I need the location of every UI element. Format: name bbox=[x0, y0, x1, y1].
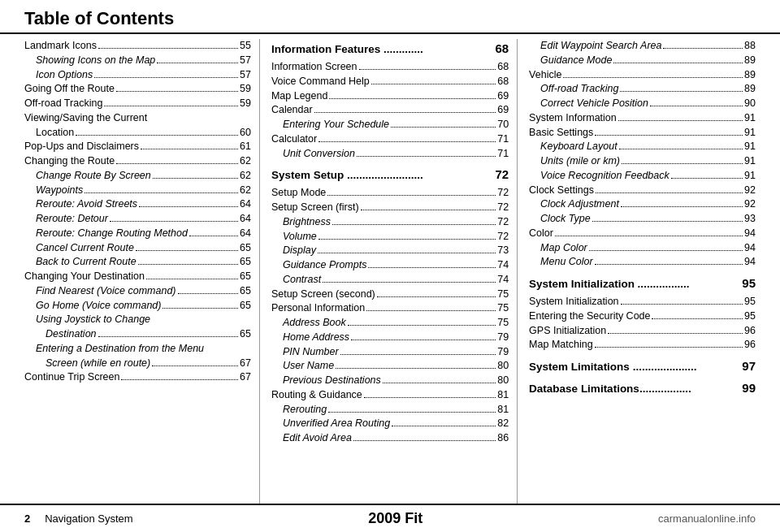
toc-entry-text: Brightness bbox=[283, 215, 331, 230]
toc-page-number: 89 bbox=[744, 82, 756, 97]
page: Table of Contents Landmark Icons55Showin… bbox=[0, 0, 780, 532]
toc-page-number: 88 bbox=[744, 39, 756, 54]
toc-page-number: 60 bbox=[240, 126, 251, 141]
toc-page-number: 91 bbox=[744, 169, 756, 184]
toc-entry-text: Routing & Guidance bbox=[271, 388, 362, 403]
toc-line: Waypoints62 bbox=[24, 184, 251, 198]
toc-dots bbox=[652, 318, 743, 319]
toc-entry-text: Calculator bbox=[271, 132, 317, 147]
toc-line: Correct Vehicle Position90 bbox=[529, 97, 756, 111]
toc-dots bbox=[348, 325, 496, 326]
toc-line: Entering Your Schedule70 bbox=[271, 118, 509, 132]
toc-dots bbox=[146, 279, 238, 279]
toc-entry-text: Setup Mode bbox=[271, 186, 326, 201]
toc-dots bbox=[608, 333, 743, 334]
toc-page-number: 92 bbox=[744, 184, 756, 198]
toc-entry-text: Viewing/Saving the Current bbox=[24, 111, 147, 126]
footer-left: 2 Navigation System bbox=[24, 513, 133, 525]
toc-line: Go Home (Voice command)65 bbox=[24, 299, 251, 314]
toc-line: Calculator71 bbox=[271, 132, 509, 147]
toc-line: Continue Trip Screen67 bbox=[24, 370, 251, 385]
toc-line: Contrast74 bbox=[271, 273, 509, 288]
toc-line: Calendar69 bbox=[271, 103, 509, 118]
toc-page-number: 96 bbox=[744, 324, 756, 339]
toc-line: Entering the Security Code95 bbox=[529, 309, 756, 324]
toc-page-number: 72 bbox=[497, 215, 509, 230]
toc-page-number: 96 bbox=[744, 338, 756, 353]
toc-page-number: 65 bbox=[240, 284, 251, 299]
toc-page-number: 57 bbox=[240, 68, 251, 83]
toc-dots bbox=[136, 250, 238, 251]
toc-line: Setup Screen (first)72 bbox=[271, 201, 509, 215]
toc-page-number: 89 bbox=[744, 54, 756, 68]
toc-line: Changing Your Destination65 bbox=[24, 270, 251, 284]
toc-page-number: 68 bbox=[497, 75, 509, 89]
toc-entry-text: Clock Settings bbox=[529, 184, 594, 198]
toc-entry-text: Reroute: Avoid Streets bbox=[36, 197, 137, 212]
section-header-limits: System Limitations .....................… bbox=[529, 357, 756, 376]
toc-entry-text: Correct Vehicle Position bbox=[540, 97, 648, 111]
toc-line: GPS Initialization96 bbox=[529, 324, 756, 339]
toc-line: Rerouting81 bbox=[271, 403, 509, 417]
toc-entry-text: Voice Command Help bbox=[271, 75, 370, 89]
toc-page-number: 80 bbox=[497, 359, 509, 374]
toc-entry-text: Cancel Current Route bbox=[36, 241, 134, 256]
toc-entry-text: Entering a Destination from the Menu bbox=[36, 342, 204, 357]
toc-dots bbox=[94, 77, 238, 78]
toc-page-number: 57 bbox=[240, 54, 251, 68]
toc-dots bbox=[336, 368, 496, 369]
toc-page-number: 86 bbox=[497, 431, 509, 446]
toc-page-number: 62 bbox=[240, 184, 251, 198]
toc-page-number: 69 bbox=[497, 89, 509, 104]
toc-dots bbox=[318, 239, 496, 240]
toc-line: PIN Number79 bbox=[271, 345, 509, 360]
page-header: Table of Contents bbox=[0, 0, 780, 34]
toc-line: Personal Information75 bbox=[271, 301, 509, 316]
toc-entry-text: Screen (while en route) bbox=[46, 357, 150, 371]
toc-dots bbox=[76, 135, 238, 136]
toc-dots bbox=[621, 206, 743, 207]
toc-page-number: 64 bbox=[240, 197, 251, 212]
toc-line: Off-road Tracking89 bbox=[529, 82, 756, 97]
toc-entry-text: Unverified Area Routing bbox=[283, 417, 390, 431]
toc-dots bbox=[650, 106, 743, 106]
toc-dots bbox=[329, 98, 496, 99]
toc-line: Information Screen68 bbox=[271, 60, 509, 75]
toc-page-number: 95 bbox=[744, 295, 756, 309]
toc-line: Voice Command Help68 bbox=[271, 75, 509, 89]
toc-dots bbox=[364, 397, 496, 398]
toc-entry-text: Calendar bbox=[271, 103, 313, 118]
toc-dots bbox=[621, 304, 743, 305]
toc-entry-text: Continue Trip Screen bbox=[24, 370, 119, 385]
toc-entry-text: Guidance Mode bbox=[540, 54, 612, 68]
toc-page-number: 71 bbox=[497, 132, 509, 147]
toc-entry-text: Destination bbox=[46, 327, 97, 342]
toc-entry-text: System Information bbox=[529, 111, 617, 126]
toc-entry-text: Address Book bbox=[283, 316, 346, 331]
toc-page-number: 75 bbox=[497, 288, 509, 302]
toc-entry-text: Changing Your Destination bbox=[24, 270, 145, 284]
toc-dots bbox=[328, 412, 496, 413]
toc-entry-text: Pop-Ups and Disclaimers bbox=[24, 140, 139, 154]
mid-column: Information Features ............. 68Inf… bbox=[260, 39, 518, 504]
toc-dots bbox=[110, 221, 238, 222]
toc-dots bbox=[595, 135, 743, 136]
toc-line: Clock Settings92 bbox=[529, 184, 756, 198]
toc-page-number: 59 bbox=[240, 97, 251, 111]
toc-entry-text: Using Joystick to Change bbox=[36, 313, 150, 327]
footer-nav-title: Navigation System bbox=[45, 513, 132, 525]
toc-entry-text: Menu Color bbox=[540, 255, 593, 270]
toc-line: Change Route By Screen62 bbox=[24, 169, 251, 184]
toc-page-number: 59 bbox=[240, 82, 251, 97]
toc-line: Find Nearest (Voice command)65 bbox=[24, 284, 251, 299]
toc-entry-text: Clock Adjustment bbox=[540, 197, 619, 212]
toc-entry-text: Entering the Security Code bbox=[529, 309, 650, 324]
toc-dots bbox=[371, 84, 496, 84]
content-area: Landmark Icons55Showing Icons on the Map… bbox=[0, 39, 780, 504]
toc-dots bbox=[618, 120, 743, 121]
toc-dots bbox=[332, 224, 496, 225]
toc-entry-text: Personal Information bbox=[271, 301, 365, 316]
toc-dots bbox=[392, 426, 496, 426]
toc-page-number: 72 bbox=[497, 230, 509, 244]
toc-line: Vehicle89 bbox=[529, 68, 756, 83]
